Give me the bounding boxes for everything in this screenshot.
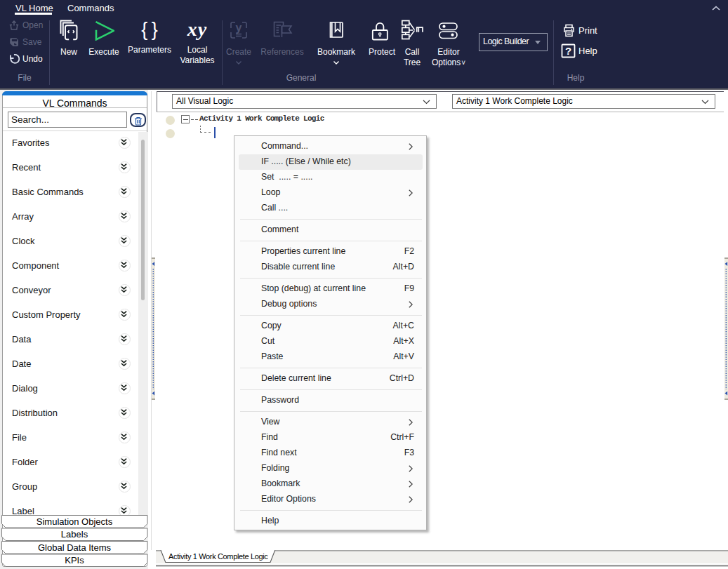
svg-text:KPIs: KPIs [65, 555, 84, 565]
svg-text:Activity 1 Work Complete Logic: Activity 1 Work Complete Logic [168, 552, 268, 561]
svg-text:Simulation Objects: Simulation Objects [37, 516, 113, 527]
svg-text:?: ? [565, 45, 571, 57]
svg-text:y: y [236, 22, 242, 34]
svg-text:Global Data Items: Global Data Items [38, 542, 112, 553]
svg-text:Labels: Labels [61, 529, 88, 540]
